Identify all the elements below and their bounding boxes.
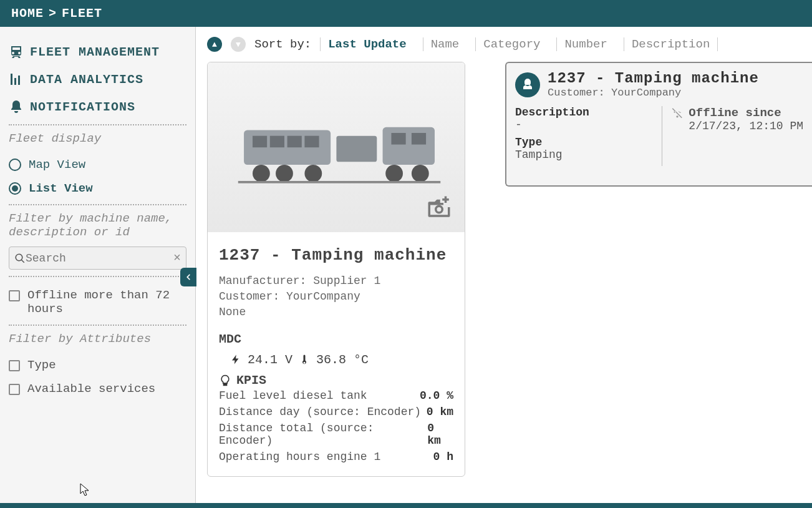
train-illustration: [221, 88, 452, 207]
fleet-display-label: Fleet display: [9, 132, 186, 145]
collapse-sidebar-button[interactable]: [180, 268, 196, 286]
checkbox-icon: [9, 290, 20, 301]
svg-point-10: [276, 165, 293, 182]
radio-list-view[interactable]: List View: [9, 177, 186, 200]
breadcrumb-current[interactable]: FLEET: [62, 6, 102, 21]
svg-rect-8: [412, 133, 426, 145]
card-title: 1237 - Tamping machine: [219, 246, 453, 265]
content-area: ▲ ▼ Sort by: Last Update Name Category N…: [196, 27, 812, 503]
offline-icon: [671, 107, 684, 119]
machine-image: [208, 62, 465, 232]
svg-point-12: [385, 165, 403, 182]
description-label: Description: [515, 106, 650, 119]
machine-card[interactable]: 1237 - Tamping machine Manufacturer: Sup…: [207, 62, 465, 477]
radio-label: Map View: [29, 158, 85, 172]
radio-icon: [9, 159, 21, 171]
chevron-left-icon: [184, 273, 193, 281]
kpi-label: Fuel level diesel tank: [219, 389, 367, 402]
kpi-label: Distance day (source: Encoder): [219, 406, 421, 418]
kpis-label: KPIS: [219, 373, 453, 388]
nav-label: NOTIFICATIONS: [30, 100, 135, 114]
svg-rect-6: [304, 135, 319, 147]
customer-line: Customer: YourCompany: [219, 289, 453, 305]
breadcrumb-sep: >: [49, 6, 57, 21]
svg-point-11: [304, 165, 322, 182]
svg-rect-7: [391, 133, 405, 145]
type-label: Type: [515, 136, 650, 149]
offline-label: Offline since: [671, 106, 803, 120]
sort-desc-button[interactable]: ▼: [231, 37, 246, 52]
bell-icon: [9, 99, 24, 114]
kpi-value: 0 km: [427, 422, 453, 447]
svg-point-9: [253, 165, 270, 182]
kpi-row: Distance total (source: Encoder)0 km: [219, 420, 453, 449]
extra-line: None: [219, 305, 453, 320]
kpi-label: Operating hours engine 1: [219, 451, 380, 463]
manufacturer-line: Manufacturer: Supplier 1: [219, 273, 453, 289]
bulb-icon: [219, 374, 231, 386]
checkbox-label: Offline more than 72 hours: [27, 288, 186, 316]
nav-fleet-management[interactable]: FLEET MANAGEMENT: [9, 38, 186, 66]
nav-label: FLEET MANAGEMENT: [30, 45, 160, 59]
checkbox-label: Type: [27, 358, 56, 372]
temperature-value: 36.8 °C: [316, 353, 369, 367]
sort-description[interactable]: Description: [624, 37, 718, 51]
search-input-wrap[interactable]: ×: [9, 247, 186, 270]
mdc-readings: 24.1 V 36.8 °C: [230, 353, 453, 367]
filter-attr-label: Filter by Attributes: [9, 332, 186, 346]
bolt-icon: [230, 353, 241, 366]
kpi-value: 0 h: [433, 451, 453, 463]
description-value: -: [515, 119, 650, 131]
kpi-value: 0 km: [427, 406, 453, 418]
bottom-bar: [0, 503, 812, 508]
sort-last-update[interactable]: Last Update: [320, 37, 413, 51]
sort-label: Sort by:: [254, 37, 311, 51]
radio-icon: [9, 182, 21, 195]
sort-number[interactable]: Number: [556, 37, 614, 51]
camera-icon[interactable]: [426, 194, 452, 223]
voltage-value: 24.1 V: [248, 353, 292, 367]
kpi-row: Fuel level diesel tank0.0 %: [219, 388, 453, 404]
sidebar: FLEET MANAGEMENT DATA ANALYTICS NOTIFICA…: [0, 27, 196, 503]
filter-attr-services[interactable]: Available services: [9, 377, 186, 401]
mdc-label: MDC: [219, 332, 453, 346]
type-value: Tamping: [515, 149, 650, 161]
nav-label: DATA ANALYTICS: [30, 72, 143, 87]
svg-rect-3: [253, 135, 267, 147]
filter-offline-72[interactable]: Offline more than 72 hours: [9, 283, 186, 321]
detail-title: 1237 - Tamping machine: [548, 71, 759, 87]
svg-rect-14: [238, 181, 440, 183]
radio-label: List View: [29, 182, 93, 195]
checkbox-icon: [9, 360, 20, 371]
radio-map-view[interactable]: Map View: [9, 153, 186, 177]
search-input[interactable]: [26, 252, 170, 265]
train-icon: [9, 44, 24, 59]
search-icon: [14, 253, 26, 264]
sort-bar: ▲ ▼ Sort by: Last Update Name Category N…: [207, 37, 812, 52]
filter-attr-type[interactable]: Type: [9, 353, 186, 377]
detail-customer: Customer: YourCompany: [548, 87, 759, 99]
clear-icon[interactable]: ×: [173, 251, 181, 265]
kpi-label: Distance total (source: Encoder): [219, 422, 427, 447]
sort-name[interactable]: Name: [423, 37, 467, 51]
svg-point-13: [412, 165, 429, 182]
svg-rect-4: [269, 135, 284, 147]
sort-asc-button[interactable]: ▲: [207, 37, 222, 52]
nav-data-analytics[interactable]: DATA ANALYTICS: [9, 66, 186, 93]
detail-panel: 1237 - Tamping machine Customer: YourCom…: [505, 62, 812, 187]
nav-notifications[interactable]: NOTIFICATIONS: [9, 93, 186, 120]
thermometer-icon: [299, 353, 310, 366]
sort-category[interactable]: Category: [475, 37, 548, 51]
svg-rect-1: [336, 135, 377, 162]
checkbox-label: Available services: [27, 382, 155, 396]
checkbox-icon: [9, 384, 20, 395]
bar-chart-icon: [9, 72, 24, 87]
machine-badge-icon: [515, 72, 540, 97]
breadcrumb-home[interactable]: HOME: [11, 6, 44, 21]
svg-rect-5: [287, 135, 301, 147]
kpi-row: Distance day (source: Encoder)0 km: [219, 404, 453, 420]
svg-rect-2: [382, 127, 434, 165]
breadcrumb: HOME > FLEET: [0, 0, 812, 27]
kpi-row: Operating hours engine 10 h: [219, 449, 453, 465]
filter-label: Filter by machine name, description or i…: [9, 212, 186, 239]
